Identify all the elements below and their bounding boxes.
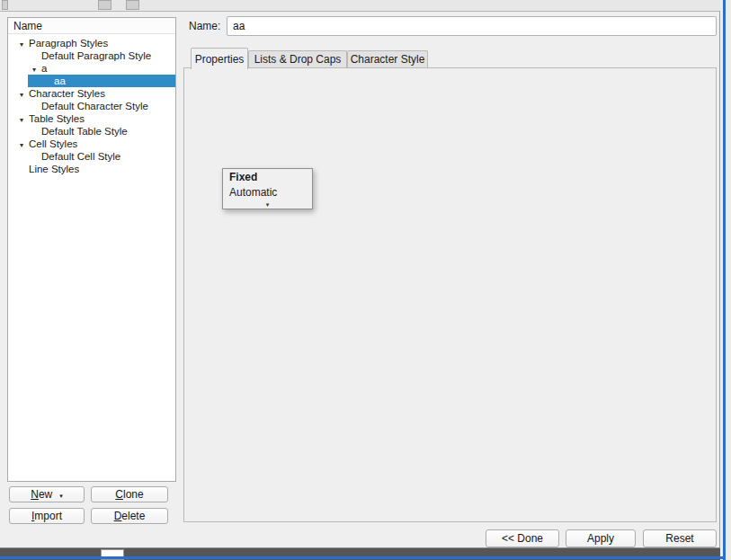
toolbar-icon-fragment xyxy=(2,0,8,10)
chevron-down-icon: ▾ xyxy=(266,201,270,209)
style-tree-header: Name xyxy=(8,18,175,34)
done-button[interactable]: << Done xyxy=(486,529,559,547)
collapse-arrow-icon[interactable] xyxy=(17,138,26,149)
app-toolbar-fragment xyxy=(0,0,720,11)
canvas-guide-horizontal xyxy=(0,556,726,559)
tree-item-label: Default Character Style xyxy=(41,101,148,111)
tree-item-label: Line Styles xyxy=(29,164,79,174)
new-button-label: New xyxy=(31,488,52,501)
tree-item-character-styles[interactable]: Character Styles xyxy=(8,87,175,100)
properties-panel xyxy=(183,67,717,522)
toolbar-icon-fragment xyxy=(98,0,111,10)
clone-button[interactable]: Clone xyxy=(91,486,168,502)
tab-label: Lists & Drop Caps xyxy=(254,53,342,66)
tree-item-label: Table Styles xyxy=(29,113,85,124)
tree-item-label: aa xyxy=(54,76,66,86)
tree-item-label: Paragraph Styles xyxy=(29,38,108,49)
delete-button-label: Delete xyxy=(114,510,146,522)
import-button[interactable]: Import xyxy=(9,508,85,524)
style-manager-dialog: Name Paragraph Styles Default Paragraph … xyxy=(0,11,720,548)
new-dropdown-arrow-icon xyxy=(59,488,63,501)
toolbar-icon-fragment xyxy=(126,0,139,10)
tree-item-label: Default Cell Style xyxy=(41,151,120,162)
collapse-arrow-icon[interactable] xyxy=(17,88,26,99)
tree-item-label: Default Paragraph Style xyxy=(41,50,151,61)
line-spacing-dropdown-popup: Fixed Automatic ▾ xyxy=(222,168,313,209)
style-name-input[interactable] xyxy=(227,16,717,36)
apply-button-label: Apply xyxy=(587,532,614,545)
done-button-label: << Done xyxy=(502,532,543,545)
tree-item-default-table-style[interactable]: Default Table Style xyxy=(8,125,175,138)
tree-item-default-cell-style[interactable]: Default Cell Style xyxy=(8,150,175,163)
name-label: Name: xyxy=(189,20,220,32)
tree-item-default-character-style[interactable]: Default Character Style xyxy=(8,100,175,112)
tree-item-a[interactable]: a xyxy=(8,62,175,75)
style-tree-rows: Paragraph Styles Default Paragraph Style… xyxy=(8,34,175,175)
tree-item-label: a xyxy=(41,63,47,74)
import-button-label: Import xyxy=(31,510,62,522)
style-tree[interactable]: Name Paragraph Styles Default Paragraph … xyxy=(7,17,176,482)
reset-button[interactable]: Reset xyxy=(643,529,717,547)
new-button[interactable]: New xyxy=(9,486,85,502)
tree-item-label: Cell Styles xyxy=(29,138,77,149)
collapse-arrow-icon[interactable] xyxy=(17,113,26,124)
apply-button[interactable]: Apply xyxy=(566,529,636,547)
tab-character-style[interactable]: Character Style xyxy=(347,50,428,67)
tab-lists-drop-caps[interactable]: Lists & Drop Caps xyxy=(248,50,347,67)
collapse-arrow-icon[interactable] xyxy=(30,63,39,74)
app-canvas-right-fragment xyxy=(720,0,731,560)
dropdown-scroll-down[interactable]: ▾ xyxy=(223,200,312,209)
style-tree-header-label: Name xyxy=(13,20,42,32)
tree-item-label: Default Table Style xyxy=(41,126,128,137)
dropdown-item-fixed[interactable]: Fixed xyxy=(223,169,312,184)
tree-item-default-paragraph-style[interactable]: Default Paragraph Style xyxy=(8,49,175,62)
tree-item-paragraph-styles[interactable]: Paragraph Styles xyxy=(8,37,175,49)
reset-button-label: Reset xyxy=(665,532,693,545)
tab-label: Properties xyxy=(195,53,245,66)
delete-button[interactable]: Delete xyxy=(91,508,168,524)
tree-item-line-styles[interactable]: Line Styles xyxy=(8,163,175,175)
clone-button-label: Clone xyxy=(115,488,143,501)
tree-item-label: Character Styles xyxy=(29,88,105,99)
tree-item-cell-styles[interactable]: Cell Styles xyxy=(8,138,175,150)
tab-properties[interactable]: Properties xyxy=(191,48,248,69)
dropdown-item-automatic[interactable]: Automatic xyxy=(223,184,312,200)
tree-item-table-styles[interactable]: Table Styles xyxy=(8,112,175,125)
tab-label: Character Style xyxy=(351,53,425,66)
canvas-guide-vertical xyxy=(723,0,726,560)
tree-item-aa-selected[interactable]: aa xyxy=(28,75,175,87)
collapse-arrow-icon[interactable] xyxy=(17,38,26,49)
